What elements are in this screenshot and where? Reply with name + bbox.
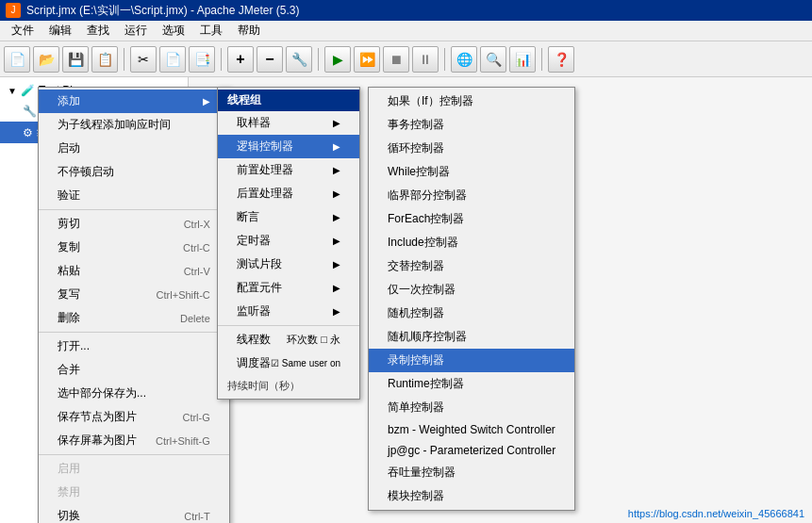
sm3-once-only-ctrl[interactable]: 仅一次控制器 (369, 278, 574, 302)
ctx-delete-shortcut: Delete (180, 313, 210, 324)
tb-save-as[interactable]: 📋 (91, 46, 118, 73)
sm2-test-fragment[interactable]: 测试片段 ▶ (218, 253, 359, 276)
sep2 (221, 48, 222, 71)
ctx-merge[interactable]: 合并 (39, 358, 229, 382)
context-menu-2: 线程组 取样器 ▶ 逻辑控制器 ▶ 前置处理器 ▶ 后置处理器 ▶ 断言 ▶ 定… (217, 87, 360, 400)
tb-start-nopause[interactable]: ⏩ (354, 46, 380, 73)
sm2-thread-count[interactable]: 线程数 环次数 □ 永 (218, 328, 359, 351)
sm3-while-ctrl[interactable]: While控制器 (369, 160, 574, 184)
ctx-open[interactable]: 打开... (39, 335, 229, 358)
tb-start[interactable]: ▶ (324, 46, 351, 73)
ctx-save-screen-img[interactable]: 保存屏幕为图片 Ctrl+Shift-G (39, 429, 229, 452)
tb-paste[interactable]: 📑 (189, 46, 215, 73)
ctx-copy[interactable]: 复制 Ctrl-C (39, 236, 229, 259)
sm3-loop-ctrl[interactable]: 循环控制器 (369, 137, 574, 160)
sm2-sampler[interactable]: 取样器 ▶ (218, 111, 359, 135)
sm2-logic-ctrl-arrow: ▶ (333, 141, 340, 152)
tb-remote-start[interactable]: 🌐 (451, 46, 477, 73)
sep3 (318, 48, 319, 71)
menu-bar: 文件 编辑 查找 运行 选项 工具 帮助 (0, 21, 812, 41)
tb-open[interactable]: 📂 (33, 46, 59, 73)
ctx-delete[interactable]: 删除 Delete (39, 306, 229, 330)
sm3-throughput-ctrl[interactable]: 吞吐量控制器 (369, 461, 574, 484)
menu-edit[interactable]: 编辑 (41, 21, 79, 41)
sm2-assertion[interactable]: 断言 ▶ (218, 205, 359, 229)
sm2-thread-count-note: 环次数 □ 永 (287, 333, 340, 347)
sm2-sampler-label: 取样器 (237, 115, 271, 131)
sm3-include-ctrl-label: Include控制器 (388, 235, 458, 251)
tb-new[interactable]: 📄 (4, 46, 30, 73)
ctx-start-no-pause[interactable]: 不停顿启动 (39, 160, 229, 184)
ctx-paste-shortcut: Ctrl-V (184, 266, 210, 277)
sm2-config-elem[interactable]: 配置元件 ▶ (218, 276, 359, 300)
sm3-runtime-ctrl[interactable]: Runtime控制器 (369, 372, 574, 396)
sm2-listener[interactable]: 监听器 ▶ (218, 300, 359, 323)
ctx-start-label: 启动 (58, 140, 80, 156)
sm3-module-ctrl[interactable]: 模块控制器 (369, 484, 574, 508)
ctx-paste[interactable]: 粘贴 Ctrl-V (39, 259, 229, 283)
sm2-test-fragment-label: 测试片段 (237, 256, 282, 272)
sm2-listener-arrow: ▶ (333, 306, 340, 317)
sm2-logic-ctrl-label: 逻辑控制器 (237, 139, 293, 155)
sm3-random-ctrl-label: 随机控制器 (388, 305, 444, 321)
sm3-transaction-ctrl[interactable]: 事务控制器 (369, 113, 574, 137)
sm2-pre-processor[interactable]: 前置处理器 ▶ (218, 158, 359, 182)
ctx-save-node-img[interactable]: 保存节点为图片 Ctrl-G (39, 405, 229, 429)
menu-options[interactable]: 选项 (155, 21, 192, 41)
ctx-save-selection[interactable]: 选中部分保存为... (39, 382, 229, 405)
ctx-add[interactable]: 添加 ▶ (39, 90, 229, 113)
sm3-random-order-ctrl[interactable]: 随机顺序控制器 (369, 325, 574, 349)
ctx-add-response-time[interactable]: 为子线程添加响应时间 (39, 113, 229, 137)
sm3-recording-ctrl[interactable]: 录制控制器 (369, 349, 574, 372)
sm2-post-processor-arrow: ▶ (333, 188, 340, 199)
ctx-cut-label: 剪切 (58, 216, 80, 232)
tb-remote-stop[interactable]: 🔍 (480, 46, 506, 73)
ctx-enable: 启用 (39, 457, 229, 481)
menu-file[interactable]: 文件 (4, 21, 41, 41)
sm3-jpgc-parameterized[interactable]: jp@gc - Parameterized Controller (369, 440, 574, 461)
tb-help[interactable]: ❓ (548, 46, 574, 73)
sm2-scheduler[interactable]: 调度器 ☑ Same user on (218, 351, 359, 375)
sm3-include-ctrl[interactable]: Include控制器 (369, 231, 574, 254)
sep5 (541, 48, 542, 71)
tb-remove[interactable]: − (257, 46, 283, 73)
sm2-post-processor[interactable]: 后置处理器 ▶ (218, 182, 359, 205)
sm2-duration: 持续时间（秒） (218, 375, 359, 397)
menu-help[interactable]: 帮助 (230, 21, 268, 41)
sm3-loop-ctrl-label: 循环控制器 (388, 140, 444, 156)
ctx-merge-label: 合并 (58, 362, 80, 378)
sm2-thread-count-label: 线程数 (237, 332, 271, 348)
tb-settings[interactable]: 🔧 (286, 46, 312, 73)
ctx-toggle[interactable]: 切换 Ctrl-T (39, 504, 229, 523)
tb-stop[interactable]: ⏹ (383, 46, 409, 73)
sm2-sampler-arrow: ▶ (333, 118, 340, 128)
tb-copy[interactable]: 📄 (159, 46, 186, 73)
sm3-simple-ctrl[interactable]: 简单控制器 (369, 396, 574, 419)
sm2-logic-ctrl[interactable]: 逻辑控制器 ▶ (218, 135, 359, 158)
ctx-start[interactable]: 启动 (39, 137, 229, 160)
ctx-duplicate-label: 复写 (58, 286, 80, 302)
tb-save[interactable]: 💾 (62, 46, 89, 73)
sm3-random-ctrl[interactable]: 随机控制器 (369, 302, 574, 325)
ctx-paste-label: 粘贴 (58, 263, 80, 279)
tb-remote-shutdown[interactable]: 📊 (509, 46, 536, 73)
sm3-critical-section[interactable]: 临界部分控制器 (369, 184, 574, 207)
sm3-foreach-ctrl[interactable]: ForEach控制器 (369, 207, 574, 231)
sm2-timer[interactable]: 定时器 ▶ (218, 229, 359, 253)
menu-tools[interactable]: 工具 (192, 21, 230, 41)
ctx-duplicate[interactable]: 复写 Ctrl+Shift-C (39, 283, 229, 306)
sm3-if-ctrl[interactable]: 如果（If）控制器 (369, 90, 574, 113)
tb-add[interactable]: + (227, 46, 254, 73)
menu-run[interactable]: 运行 (117, 21, 155, 41)
ctx-toggle-label: 切换 (58, 508, 80, 523)
menu-find[interactable]: 查找 (79, 21, 117, 41)
ctx-cut-shortcut: Ctrl-X (184, 219, 210, 230)
ctx-cut[interactable]: 剪切 Ctrl-X (39, 212, 229, 236)
sm3-interleave-ctrl[interactable]: 交替控制器 (369, 254, 574, 278)
ctx-validate[interactable]: 验证 (39, 184, 229, 207)
sm3-bzm-weighted[interactable]: bzm - Weighted Switch Controller (369, 419, 574, 440)
tb-shutdown[interactable]: ⏸ (412, 46, 439, 73)
ctx-duplicate-shortcut: Ctrl+Shift-C (157, 289, 210, 301)
sm3-throughput-ctrl-label: 吞吐量控制器 (388, 465, 456, 481)
tb-cut[interactable]: ✂ (130, 46, 157, 73)
